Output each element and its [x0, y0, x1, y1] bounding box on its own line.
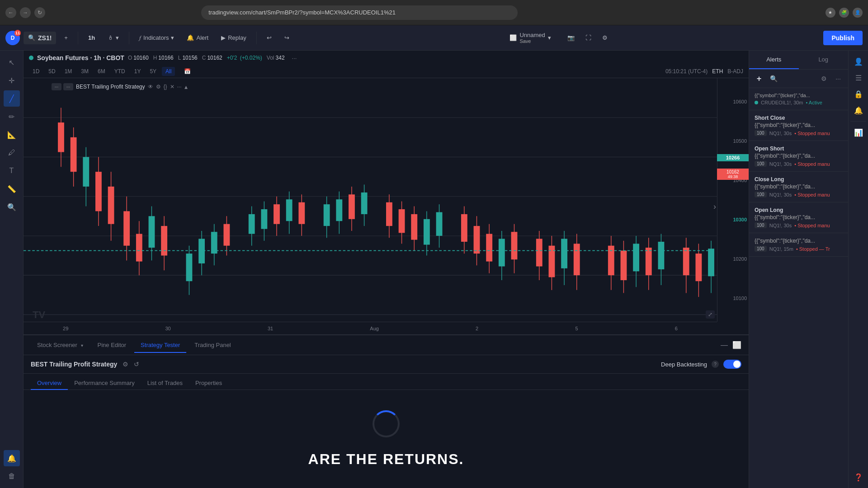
address-bar[interactable]: tradingview.com/chart/SmPmBPr2/?symbol=M… [201, 5, 518, 20]
alert-item-short-close[interactable]: Short Close {{"symbol":"{ticker}","da...… [749, 110, 848, 141]
deep-backtesting-label: Deep Backtesting [661, 361, 707, 368]
alert-item-open-short[interactable]: Open Short {{"symbol":"{ticker}","da... … [749, 141, 848, 172]
right-panel: Alerts Log + 🔍 ⚙ ··· {{"symbol":"{ticker… [749, 51, 848, 488]
time-display: 05:10:21 (UTC-4) ETH B-ADJ [665, 68, 743, 75]
more-icon[interactable]: ··· [292, 55, 297, 61]
user-avatar[interactable]: D 11 [5, 31, 20, 45]
tab-strategy-tester[interactable]: Strategy Tester [134, 338, 186, 353]
sidebar-icon-measure[interactable]: 📏 [4, 181, 20, 197]
sidebar-icon-delete[interactable]: 🗑 [4, 468, 20, 484]
panel-maximize-btn[interactable]: ⬜ [732, 341, 741, 350]
help-icon[interactable]: ? [712, 361, 719, 368]
indicators-button[interactable]: 𝑓 Indicators ▾ [135, 32, 179, 44]
browser-icon-user[interactable]: 👤 [853, 8, 863, 18]
sidebar-icon-fibonacci[interactable]: 📐 [4, 127, 20, 143]
fr-icon-notification[interactable]: 🔔 [851, 103, 866, 117]
ov-tab-trades[interactable]: List of Trades [141, 377, 189, 390]
sidebar-icon-draw[interactable]: ✏ [4, 108, 20, 125]
auto-scale-button[interactable]: ⤢ [706, 310, 715, 319]
svg-rect-51 [386, 202, 392, 226]
browser-refresh[interactable]: ↻ [34, 7, 45, 18]
fr-icon-lock[interactable]: 🔒 [851, 87, 866, 101]
fr-icon-menu[interactable]: ☰ [851, 70, 866, 85]
sidebar-icon-text[interactable]: T [4, 163, 20, 179]
tab-pine-editor[interactable]: Pine Editor [91, 338, 133, 353]
scroll-right-button[interactable]: › [713, 202, 716, 211]
tf-1m[interactable]: 1M [61, 67, 76, 76]
filter-alerts-button[interactable]: ⚙ [818, 73, 829, 84]
redo-button[interactable]: ↪ [280, 32, 294, 44]
chevron-down-icon[interactable]: ▾ [81, 343, 83, 348]
overview-tabs: Overview Performance Summary List of Tra… [24, 374, 749, 390]
alert-item-6[interactable]: {{"symbol":"{ticker}","da... 100 NQ1!, 1… [749, 233, 848, 257]
alert-title-1: {{"symbol":"{ticker}","da... [755, 93, 843, 98]
replay-button[interactable]: ▶ Replay [217, 32, 250, 44]
sidebar-icon-trendline[interactable]: ╱ [4, 90, 20, 107]
browser-icon-star[interactable]: ★ [826, 8, 835, 18]
unnamed-button[interactable]: ⬜ Unnamed Save ▾ [505, 29, 555, 47]
tf-6m[interactable]: 6M [94, 67, 109, 76]
tf-all[interactable]: All [162, 67, 175, 76]
add-chart-button[interactable]: + [60, 32, 72, 44]
browser-forward[interactable]: → [20, 7, 31, 18]
timeframe-button[interactable]: 1h [84, 32, 99, 44]
more-alerts-button[interactable]: ··· [833, 73, 844, 84]
browser-icon-ext[interactable]: 🧩 [839, 8, 849, 18]
chart-canvas[interactable]: 10600 10500 10400 10300 10200 10100 1026… [24, 78, 749, 334]
tab-trading-panel[interactable]: Trading Panel [188, 338, 237, 353]
tf-5d[interactable]: 5D [45, 67, 59, 76]
tf-5y[interactable]: 5Y [146, 67, 160, 76]
price-label-10300: 10300 [719, 217, 747, 222]
date-range-picker[interactable]: 📅 [180, 67, 194, 76]
deep-backtesting-control: Deep Backtesting ? [661, 360, 741, 369]
fr-icon-chart[interactable]: 📊 [851, 125, 866, 140]
fr-icon-help[interactable]: ❓ [851, 470, 866, 484]
alert-item-close-long[interactable]: Close Long {{"symbol":"{ticker}","da... … [749, 172, 848, 202]
bar-style-button[interactable]: 🕯 ▾ [103, 32, 123, 44]
ov-tab-performance[interactable]: Performance Summary [68, 377, 141, 390]
indicator-code-icon[interactable]: {} [164, 84, 167, 90]
ov-tab-properties[interactable]: Properties [189, 377, 228, 390]
sidebar-icon-crosshair[interactable]: ✛ [4, 72, 20, 89]
tf-ytd[interactable]: YTD [111, 67, 129, 76]
tf-1d[interactable]: 1D [29, 67, 43, 76]
tf-1y[interactable]: 1Y [131, 67, 145, 76]
alert-button[interactable]: 🔔 Alert [182, 32, 213, 44]
ov-tab-overview[interactable]: Overview [31, 377, 68, 390]
indicator-eye-icon[interactable]: 👁 [148, 84, 153, 90]
price-label-10500: 10500 [719, 138, 747, 144]
alert-item-open-long[interactable]: Open Long {{"symbol":"{ticker}","da... 1… [749, 202, 848, 233]
tab-stock-screener[interactable]: Stock Screener ▾ [31, 338, 90, 353]
indicator-expand-btn[interactable]: ··· ··· [52, 83, 73, 90]
publish-button[interactable]: Publish [823, 31, 863, 45]
deep-backtesting-toggle[interactable] [723, 360, 741, 369]
strategy-settings-icon[interactable]: ⚙ [123, 361, 128, 368]
alert-item-1[interactable]: {{"symbol":"{ticker}","da... CRUDEOIL1!,… [749, 88, 848, 110]
alert-section-label-short-close: Short Close [755, 115, 843, 121]
fr-icon-user[interactable]: 👤 [851, 54, 866, 69]
browser-back[interactable]: ← [5, 7, 16, 18]
rp-tab-alerts[interactable]: Alerts [749, 51, 799, 69]
fr-right-separator [850, 121, 866, 122]
undo-button[interactable]: ↩ [262, 32, 276, 44]
fullscreen-button[interactable]: ⛶ [581, 32, 596, 44]
indicator-delete-icon[interactable]: ✕ [170, 84, 175, 90]
price-label-10200: 10200 [719, 256, 747, 262]
add-alert-button[interactable]: + [754, 73, 764, 84]
svg-rect-41 [298, 202, 305, 224]
tf-3m[interactable]: 3M [77, 67, 92, 76]
search-alerts-button[interactable]: 🔍 [768, 73, 779, 84]
indicator-collapse-icon[interactable]: ▴ [184, 83, 188, 90]
rp-tab-log[interactable]: Log [799, 51, 849, 69]
indicator-more-icon[interactable]: ··· [177, 84, 182, 90]
panel-minimize-btn[interactable]: — [720, 341, 729, 350]
sidebar-icon-zoom[interactable]: 🔍 [4, 199, 20, 215]
indicator-settings-icon[interactable]: ⚙ [156, 84, 161, 90]
sidebar-icon-cursor[interactable]: ↖ [4, 54, 20, 70]
screenshot-button[interactable]: 📷 [563, 32, 579, 44]
sidebar-icon-alert-manage[interactable]: 🔔 [4, 450, 20, 466]
sidebar-icon-brush[interactable]: 🖊 [4, 145, 20, 161]
settings-button[interactable]: ⚙ [598, 32, 612, 44]
strategy-refresh-icon[interactable]: ↺ [134, 361, 139, 368]
symbol-search[interactable]: 🔍 ZS1! [24, 32, 56, 44]
